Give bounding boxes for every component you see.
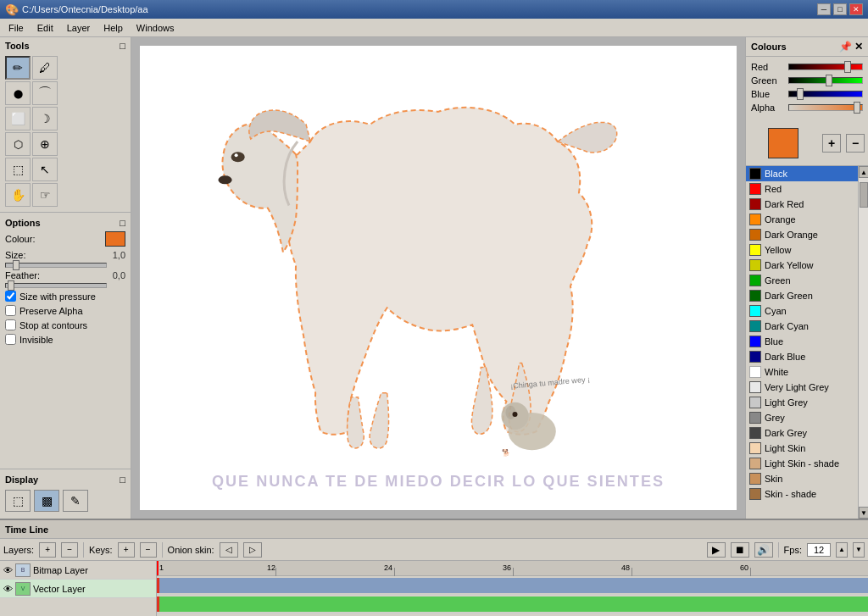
display-label: Display [5,474,38,485]
blue-thumb[interactable] [797,88,804,100]
tool-eraser[interactable]: ⬜ [5,107,31,130]
add-layer-button[interactable]: + [39,542,56,558]
stop-button[interactable]: ⏹ [731,542,749,558]
maximize-button[interactable]: □ [833,3,847,15]
colour-list-item[interactable]: Dark Green [746,288,858,303]
size-pressure-checkbox[interactable] [5,291,16,302]
stop-contours-checkbox[interactable] [5,319,16,330]
colour-list-item[interactable]: Dark Yellow [746,258,858,273]
display-btn-1[interactable]: ⬚ [5,490,31,512]
colour-list-item[interactable]: Skin - shade [746,486,858,502]
fps-down-button[interactable]: ▼ [853,542,865,558]
display-btn-2[interactable]: ▩ [34,490,59,512]
close-button[interactable]: ✕ [849,3,863,15]
menu-file[interactable]: File [2,21,31,35]
colour-list-item[interactable]: Yellow [746,242,858,258]
remove-key-button[interactable]: − [140,542,157,558]
ruler-1: 1 [159,563,164,572]
add-key-button[interactable]: + [118,542,135,558]
colour-remove-button[interactable]: − [846,134,865,153]
vector-vis-icon[interactable]: 👁 [3,584,13,594]
menu-edit[interactable]: Edit [31,21,60,35]
green-thumb[interactable] [826,75,832,86]
tool-magic[interactable]: ☽ [32,107,58,130]
colour-list-item[interactable]: Very Light Grey [746,380,858,395]
menu-windows[interactable]: Windows [130,21,181,35]
colours-pin[interactable]: 📌 [839,41,852,53]
colour-list-item[interactable]: Green [746,273,858,288]
play-button[interactable]: ▶ [707,542,726,558]
vector-layer-name: Vector Layer [33,584,86,594]
menu-help[interactable]: Help [97,21,130,35]
colour-list-item[interactable]: Dark Grey [746,425,858,441]
canvas-inner[interactable]: ¡Chinga tu madre wey ¡ 🐕 QUE NUNCA TE DE… [140,46,737,510]
size-slider-track[interactable] [5,263,107,268]
blue-slider[interactable] [788,91,863,97]
colour-list-item[interactable]: Dark Blue [746,349,858,364]
tool-ink[interactable]: 🖊 [32,56,58,80]
red-thumb[interactable] [844,61,851,73]
tool-select-arrow[interactable]: ☞ [32,183,58,207]
tool-eyedropper[interactable]: ⊕ [32,132,58,156]
colour-list-item[interactable]: Light Skin [746,441,858,456]
colour-list-item[interactable]: Dark Red [746,197,858,212]
remove-layer-button[interactable]: − [61,542,78,558]
layer-row-vector[interactable]: 👁 V Vector Layer [0,580,156,598]
menu-bar: File Edit Layer Help Windows [0,19,868,37]
colour-list-item[interactable]: Orange [746,212,858,227]
colour-list-item[interactable]: Skin [746,471,858,486]
colour-list-item[interactable]: Dark Orange [746,227,858,242]
current-color-swatch[interactable] [768,128,798,158]
scroll-up-btn[interactable]: ▲ [859,166,868,178]
colour-list-item[interactable]: Blue [746,334,858,349]
audio-button[interactable]: 🔊 [754,542,773,558]
preserve-alpha-checkbox[interactable] [5,305,16,316]
fps-input[interactable]: 12 [807,543,831,557]
track-bitmap [157,576,868,595]
colour-list-item[interactable]: Black [746,166,858,181]
alpha-thumb[interactable] [854,102,860,114]
colour-add-button[interactable]: + [822,134,841,153]
tool-bucket[interactable]: ⬡ [5,132,31,156]
display-collapse-icon[interactable]: □ [120,474,125,485]
display-btn-3[interactable]: ✎ [63,490,88,512]
colour-list-item[interactable]: White [746,364,858,380]
ruler-line-24 [394,568,395,576]
colour-list-item[interactable]: Light Skin - shade [746,456,858,471]
colour-list-item[interactable]: Light Grey [746,395,858,410]
tool-pencil[interactable]: ✏ [5,56,31,80]
colour-list-item[interactable]: Grey [746,410,858,425]
tools-collapse-icon[interactable]: □ [120,41,125,51]
colour-list-item[interactable]: Cyan [746,303,858,319]
options-collapse-icon[interactable]: □ [120,218,125,228]
fps-up-button[interactable]: ▲ [836,542,848,558]
tool-circle-eraser[interactable]: ⬤ [5,81,31,105]
size-label: Size: [5,250,25,260]
tool-arrow[interactable]: ↖ [32,158,58,181]
bottom-timeline: Time Line Layers: + − Keys: + − Onion sk… [0,519,868,616]
scroll-down-btn[interactable]: ▼ [859,507,868,519]
right-panel: Colours 📌 ✕ Red Green Blue [745,37,868,519]
size-slider-thumb[interactable] [13,260,19,270]
colour-swatch[interactable] [105,231,125,247]
tool-curve[interactable]: ⌒ [32,81,58,105]
green-slider[interactable] [788,77,863,84]
colours-close[interactable]: ✕ [854,41,863,53]
bitmap-vis-icon[interactable]: 👁 [3,565,13,575]
feather-slider-track[interactable] [5,283,107,288]
layer-row-bitmap[interactable]: 👁 B Bitmap Layer [0,561,156,580]
colour-scrollbar: ▲ ▼ [858,166,868,519]
tool-hand[interactable]: ✋ [5,183,31,207]
scroll-thumb[interactable] [860,182,868,208]
alpha-slider[interactable] [788,104,863,111]
tool-select-rect[interactable]: ⬚ [5,158,31,181]
onion-next-button[interactable]: ▷ [243,542,262,558]
menu-layer[interactable]: Layer [60,21,97,35]
onion-prev-button[interactable]: ◁ [220,542,238,558]
invisible-checkbox[interactable] [5,334,16,345]
red-slider[interactable] [788,64,863,70]
minimize-button[interactable]: ─ [817,3,831,15]
colour-list-item[interactable]: Dark Cyan [746,319,858,334]
colour-list-item[interactable]: Red [746,181,858,197]
feather-slider-thumb[interactable] [8,280,14,291]
